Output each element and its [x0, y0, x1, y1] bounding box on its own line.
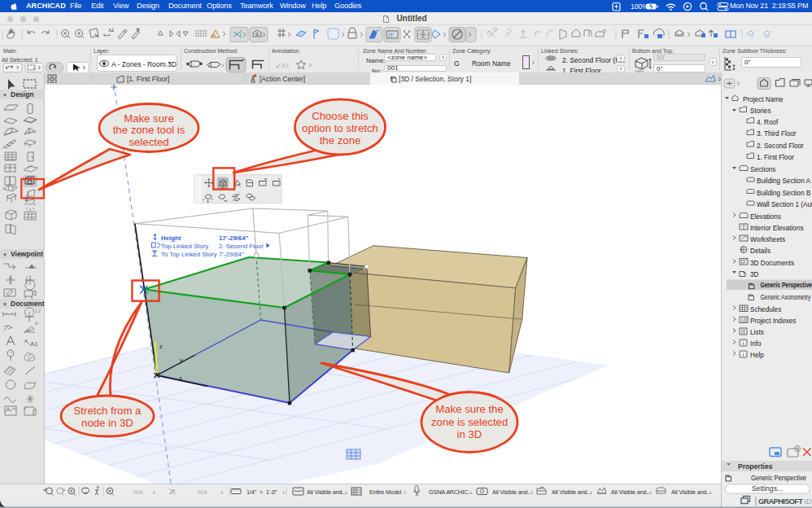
svg-text:the zone: the zone [320, 134, 361, 147]
svg-text:Make sure the: Make sure the [435, 403, 504, 415]
svg-text:Choose this: Choose this [312, 110, 369, 122]
svg-text:zone is selected: zone is selected [431, 416, 509, 428]
svg-text:node in 3D: node in 3D [81, 417, 133, 429]
svg-text:Stretch from a: Stretch from a [74, 405, 142, 417]
svg-text:Make sure: Make sure [124, 112, 174, 125]
svg-text:in 3D: in 3D [457, 428, 482, 440]
svg-text:the zone tool is: the zone tool is [113, 124, 186, 136]
svg-text:option to stretch: option to stretch [302, 122, 378, 134]
svg-text:selected: selected [129, 136, 168, 148]
